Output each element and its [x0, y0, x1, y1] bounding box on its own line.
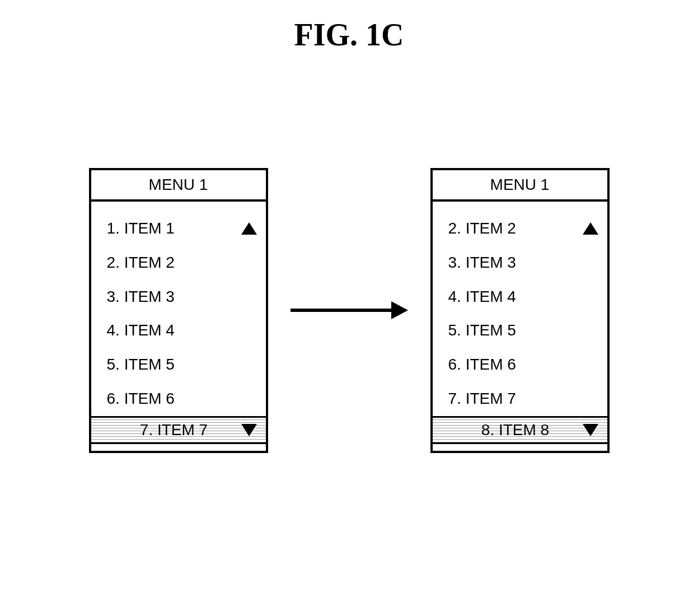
- menu-footer: [433, 444, 607, 451]
- menu-item-row[interactable]: 2. ITEM 2: [91, 246, 266, 280]
- menu-window-before: MENU 1 1. ITEM 1 2. ITEM 2 3. ITEM 3 4. …: [89, 168, 268, 453]
- menu-selected-row[interactable]: 7. ITEM 7: [91, 416, 266, 444]
- arrow-line: [291, 309, 391, 312]
- menu-item-text: 2. ITEM 2: [107, 250, 257, 276]
- menu-body-left: 1. ITEM 1 2. ITEM 2 3. ITEM 3 4. ITEM 4 …: [91, 202, 266, 416]
- menu-item-row[interactable]: 7. ITEM 7: [433, 382, 607, 416]
- scroll-down-icon[interactable]: [241, 424, 257, 436]
- menu-titlebar-right: MENU 1: [433, 170, 607, 202]
- menu-selected-row[interactable]: 8. ITEM 8: [433, 416, 607, 444]
- menu-window-after: MENU 1 2. ITEM 2 3. ITEM 3 4. ITEM 4 5. …: [430, 168, 610, 453]
- menu-item-text: 5. ITEM 5: [107, 352, 257, 377]
- scroll-up-icon[interactable]: [583, 222, 598, 235]
- menu-item-text: 4. ITEM 4: [107, 318, 257, 343]
- menu-item-row[interactable]: 5. ITEM 5: [433, 314, 607, 348]
- menu-item-text: 3. ITEM 3: [107, 284, 257, 310]
- scroll-up-icon[interactable]: [241, 222, 257, 235]
- menu-item-row[interactable]: 4. ITEM 4: [91, 314, 266, 348]
- arrow-head-icon: [391, 301, 408, 319]
- menu-item-row[interactable]: 3. ITEM 3: [91, 280, 266, 314]
- menu-titlebar-left: MENU 1: [91, 170, 266, 202]
- menu-item-row[interactable]: 6. ITEM 6: [433, 348, 607, 382]
- menu-item-row[interactable]: 4. ITEM 4: [433, 280, 607, 314]
- diagram-container: MENU 1 1. ITEM 1 2. ITEM 2 3. ITEM 3 4. …: [0, 168, 698, 453]
- menu-item-row[interactable]: 2. ITEM 2: [433, 212, 607, 246]
- menu-selected-text: 7. ITEM 7: [107, 421, 241, 439]
- menu-item-row[interactable]: 3. ITEM 3: [433, 246, 607, 280]
- menu-selected-text: 8. ITEM 8: [448, 421, 583, 439]
- menu-item-text: 2. ITEM 2: [448, 216, 583, 241]
- menu-item-text: 7. ITEM 7: [448, 386, 598, 412]
- menu-item-text: 4. ITEM 4: [448, 284, 598, 310]
- menu-item-text: 1. ITEM 1: [107, 216, 241, 241]
- transition-arrow: [291, 301, 408, 319]
- menu-item-text: 6. ITEM 6: [448, 352, 598, 377]
- menu-item-text: 3. ITEM 3: [448, 250, 598, 276]
- scroll-down-icon[interactable]: [583, 424, 598, 436]
- menu-body-right: 2. ITEM 2 3. ITEM 3 4. ITEM 4 5. ITEM 5 …: [433, 202, 607, 416]
- menu-item-text: 6. ITEM 6: [107, 386, 257, 412]
- menu-item-row[interactable]: 1. ITEM 1: [91, 212, 266, 246]
- menu-item-row[interactable]: 6. ITEM 6: [91, 382, 266, 416]
- menu-footer: [91, 444, 266, 451]
- menu-item-row[interactable]: 5. ITEM 5: [91, 348, 266, 382]
- menu-item-text: 5. ITEM 5: [448, 318, 598, 343]
- figure-title: FIG. 1C: [294, 17, 404, 53]
